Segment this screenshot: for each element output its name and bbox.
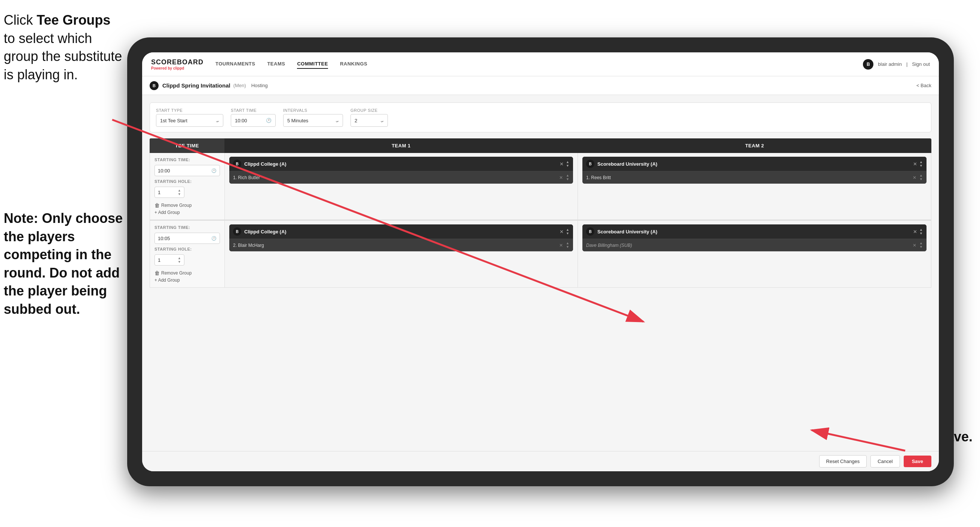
team1-arrows-2[interactable]: ▲ ▼	[566, 228, 569, 235]
starting-hole-label-1: STARTING HOLE:	[154, 179, 220, 184]
subheader-hosting: Hosting	[251, 83, 268, 88]
start-time-input[interactable]: 10:00 🕐	[231, 114, 276, 127]
starting-time-label-2: STARTING TIME:	[154, 225, 220, 230]
player-name-2-2: Dave Billingham (SUB)	[586, 243, 910, 248]
player-remove-2-2[interactable]: ✕	[913, 243, 916, 248]
group1-team1-player1: 1. Rich Butler ✕ ▲ ▼	[229, 171, 573, 184]
save-button[interactable]: Save	[904, 455, 931, 467]
player-arrows-1-2[interactable]: ▲ ▼	[920, 174, 923, 181]
group1-team2-card[interactable]: B Scoreboard University (A) ✕ ▲ ▼	[582, 157, 926, 184]
group2-team2-header: B Scoreboard University (A) ✕ ▲ ▼	[582, 224, 926, 239]
note-bold: Note: Only choose the players competing …	[4, 210, 123, 317]
starting-hole-input-1[interactable]: 1 ▲ ▼	[154, 187, 185, 198]
group2-team1-player1: 2. Blair McHarg ✕ ▲ ▼	[229, 239, 573, 252]
group1-team1-card[interactable]: B Clippd College (A) ✕ ▲ ▼ 1.	[229, 157, 573, 184]
team2-icon-1: B	[586, 160, 594, 168]
logo-scoreboard: SCOREBOARD	[151, 58, 204, 66]
table-row: STARTING TIME: 10:00 🕐 STARTING HOLE: 1 …	[150, 153, 931, 220]
col-team1: Team 1	[224, 139, 578, 153]
start-time-label: Start Time	[231, 108, 276, 113]
subheader: B Clippd Spring Invitational (Men) Hosti…	[142, 76, 939, 95]
intervals-select[interactable]: 5 Minutes ⌄	[283, 114, 343, 127]
note-text: Note: Only choose the players competing …	[4, 209, 123, 318]
team1-icon-2: B	[233, 228, 241, 236]
player-name-1-1: 1. Rich Butler	[233, 175, 556, 180]
nav-signout[interactable]: Sign out	[912, 61, 930, 67]
group1-team1-name: Clippd College (A)	[244, 161, 557, 167]
nav-separator: |	[906, 61, 907, 67]
group1-team2-cell: B Scoreboard University (A) ✕ ▲ ▼	[578, 153, 931, 220]
tablet-screen: SCOREBOARD Powered by clippd TOURNAMENTS…	[142, 53, 939, 471]
nav-committee[interactable]: COMMITTEE	[297, 59, 328, 69]
start-type-select[interactable]: 1st Tee Start ⌄	[156, 114, 223, 127]
nav-username: blair admin	[878, 61, 902, 67]
team2-arrows-1[interactable]: ▲ ▼	[920, 161, 923, 167]
group2-team1-cell: B Clippd College (A) ✕ ▲ ▼ 2.	[225, 221, 578, 287]
nav-rankings[interactable]: RANKINGS	[340, 59, 368, 69]
cancel-button[interactable]: Cancel	[870, 455, 900, 468]
back-button[interactable]: < Back	[916, 83, 931, 88]
team1-remove-1[interactable]: ✕	[560, 161, 564, 167]
team2-arrows-2[interactable]: ▲ ▼	[920, 228, 923, 235]
starting-time-input-2[interactable]: 10:05 🕐	[154, 232, 220, 244]
team2-remove-1[interactable]: ✕	[913, 161, 917, 167]
player-remove-1-1[interactable]: ✕	[559, 175, 563, 180]
player-remove-1-2[interactable]: ✕	[913, 175, 916, 180]
team1-icon-1: B	[233, 160, 241, 168]
group-size-select[interactable]: 2 ⌄	[350, 114, 388, 127]
starting-time-label-1: STARTING TIME:	[154, 158, 220, 162]
intervals-label: Intervals	[283, 108, 343, 113]
starting-hole-label-2: STARTING HOLE:	[154, 247, 220, 252]
group1-team1-cell: B Clippd College (A) ✕ ▲ ▼ 1.	[225, 153, 578, 220]
reset-changes-button[interactable]: Reset Changes	[819, 455, 867, 468]
team1-controls-2: ✕ ▲ ▼	[560, 228, 569, 235]
team1-arrows-1[interactable]: ▲ ▼	[566, 161, 569, 167]
tablet-device: SCOREBOARD Powered by clippd TOURNAMENTS…	[127, 37, 954, 486]
group2-side-panel: STARTING TIME: 10:05 🕐 STARTING HOLE: 1 …	[150, 221, 225, 287]
navbar: SCOREBOARD Powered by clippd TOURNAMENTS…	[142, 53, 939, 76]
add-group-1-button[interactable]: + Add Group	[154, 210, 220, 215]
main-content: Start Type 1st Tee Start ⌄ Start Time 10…	[142, 95, 939, 451]
player-arrows-2-2[interactable]: ▲ ▼	[920, 242, 923, 249]
remove-group-1-button[interactable]: 🗑 Remove Group	[154, 202, 220, 209]
group2-team1-card[interactable]: B Clippd College (A) ✕ ▲ ▼ 2.	[229, 224, 573, 252]
nav-user: B blair admin | Sign out	[863, 59, 930, 70]
group1-team2-player1: 1. Rees Britt ✕ ▲ ▼	[582, 171, 926, 184]
player-remove-2-1[interactable]: ✕	[559, 243, 563, 248]
group-size-field: Group Size 2 ⌄	[350, 108, 388, 127]
instruction-text: Click Tee Groups to select which group t…	[4, 11, 123, 84]
logo-powered: Powered by clippd	[151, 66, 204, 70]
col-team2: Team 2	[578, 139, 931, 153]
table-header: Tee Time Team 1 Team 2	[150, 139, 931, 153]
starting-time-input-1[interactable]: 10:00 🕐	[154, 165, 220, 176]
team1-remove-2[interactable]: ✕	[560, 229, 564, 234]
group2-team2-card[interactable]: B Scoreboard University (A) ✕ ▲ ▼	[582, 224, 926, 252]
player-arrows-1-1[interactable]: ▲ ▼	[566, 174, 569, 181]
table-row: STARTING TIME: 10:05 🕐 STARTING HOLE: 1 …	[150, 221, 931, 288]
starting-hole-input-2[interactable]: 1 ▲ ▼	[154, 254, 185, 266]
nav-avatar: B	[863, 59, 873, 70]
start-type-field: Start Type 1st Tee Start ⌄	[156, 108, 223, 127]
config-row: Start Type 1st Tee Start ⌄ Start Time 10…	[150, 102, 931, 132]
group2-team2-name: Scoreboard University (A)	[597, 229, 910, 234]
bottom-bar: Reset Changes Cancel Save	[142, 451, 939, 471]
nav-links: TOURNAMENTS TEAMS COMMITTEE RANKINGS	[215, 59, 863, 69]
remove-group-2-button[interactable]: 🗑 Remove Group	[154, 270, 220, 276]
team1-controls-1: ✕ ▲ ▼	[560, 161, 569, 167]
group2-team2-player1: Dave Billingham (SUB) ✕ ▲ ▼	[582, 239, 926, 252]
nav-tournaments[interactable]: TOURNAMENTS	[215, 59, 255, 69]
player-arrows-2-1[interactable]: ▲ ▼	[566, 242, 569, 249]
nav-teams[interactable]: TEAMS	[267, 59, 285, 69]
add-group-2-button[interactable]: + Add Group	[154, 277, 220, 283]
subheader-title: Clippd Spring Invitational	[162, 82, 231, 89]
team2-controls-1: ✕ ▲ ▼	[913, 161, 923, 167]
group2-team1-name: Clippd College (A)	[244, 229, 557, 234]
start-type-label: Start Type	[156, 108, 223, 113]
player-name-1-2: 1. Rees Britt	[586, 175, 910, 180]
team2-remove-2[interactable]: ✕	[913, 229, 917, 234]
player-name-2-1: 2. Blair McHarg	[233, 243, 556, 248]
subheader-badge: (Men)	[234, 83, 246, 88]
logo-area: SCOREBOARD Powered by clippd	[151, 58, 204, 70]
group1-side-panel: STARTING TIME: 10:00 🕐 STARTING HOLE: 1 …	[150, 153, 225, 220]
group2-actions: 🗑 Remove Group + Add Group	[154, 270, 220, 283]
